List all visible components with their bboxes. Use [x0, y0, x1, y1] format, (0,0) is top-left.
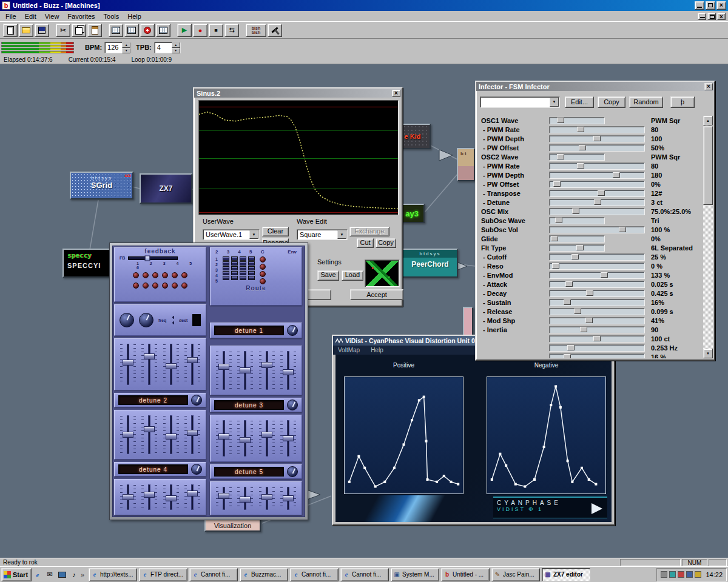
knob[interactable] [260, 278, 266, 284]
task-button[interactable]: ▣System M... [391, 568, 439, 581]
infector-titlebar[interactable]: Infector - FSM Infector × [476, 82, 714, 91]
task-button[interactable]: ehttp://texts... [89, 568, 137, 581]
param-slider[interactable] [549, 272, 645, 279]
machine-canvas[interactable]: btdsys SGrid siz ZX7 speccy SPECCYI btds… [0, 64, 728, 558]
param-slider-thumb[interactable] [552, 263, 559, 269]
menu-help[interactable]: Help [371, 347, 383, 353]
menu-favorites[interactable]: Favorites [63, 12, 99, 21]
slider[interactable] [280, 485, 297, 512]
param-slider[interactable] [549, 326, 645, 333]
param-slider-thumb[interactable] [557, 118, 564, 123]
slider[interactable] [237, 418, 254, 458]
task-button[interactable]: eCannot fi... [290, 568, 339, 581]
detune3-knob[interactable] [287, 400, 298, 410]
play-button[interactable]: ▶ [177, 24, 192, 37]
slider[interactable] [237, 485, 254, 512]
save-button[interactable]: Save [317, 270, 339, 281]
scheduler-tray-icon[interactable] [695, 571, 701, 578]
slider-handle[interactable] [218, 493, 229, 499]
slider[interactable] [215, 418, 232, 458]
slider[interactable] [184, 342, 201, 387]
loop-button[interactable]: ⇆ [224, 24, 239, 37]
negative-graph[interactable] [487, 376, 606, 494]
scrollbar-thumb[interactable] [703, 126, 713, 205]
positive-graph[interactable] [344, 376, 463, 494]
param-slider[interactable] [549, 253, 645, 261]
menu-view[interactable]: View [41, 12, 64, 21]
save-song-button[interactable] [35, 24, 49, 37]
fb-slider[interactable] [128, 256, 178, 260]
knob[interactable] [152, 283, 158, 289]
tpb-up-button[interactable]: ▲ [172, 42, 180, 48]
param-slider[interactable] [549, 208, 645, 215]
help-glyph-button[interactable]: þ [670, 96, 695, 108]
clear-button[interactable]: Clear [262, 227, 289, 236]
slider-handle[interactable] [261, 494, 272, 500]
switch[interactable] [248, 256, 255, 261]
slider-handle[interactable] [283, 495, 294, 501]
slider[interactable] [258, 418, 275, 458]
switch[interactable] [231, 276, 238, 280]
minimize-button[interactable] [695, 1, 704, 10]
bpm-up-button[interactable]: ▲ [122, 42, 130, 48]
knob[interactable] [162, 283, 168, 289]
knob[interactable] [133, 272, 139, 278]
param-slider-thumb[interactable] [619, 227, 626, 232]
param-slider-thumb[interactable] [564, 354, 571, 359]
param-slider-thumb[interactable] [601, 272, 608, 278]
switch[interactable] [240, 271, 246, 275]
param-slider[interactable] [549, 199, 645, 206]
menu-tools[interactable]: Tools [99, 12, 124, 21]
switch[interactable] [223, 256, 229, 261]
mail-icon[interactable]: ✉ [44, 569, 55, 580]
param-slider[interactable] [549, 153, 605, 161]
param-slider-thumb[interactable] [574, 309, 581, 314]
slider-handle[interactable] [166, 495, 177, 501]
edit-button[interactable]: Edit... [565, 96, 594, 108]
zx7-editor-panel[interactable]: feedback FB 1 2 3 4 5 6 2 3 4 5 C Env [109, 242, 308, 520]
slider[interactable] [215, 485, 232, 512]
param-slider-thumb[interactable] [553, 181, 561, 187]
chevron-down-icon[interactable]: ▼ [337, 230, 346, 239]
param-slider[interactable] [549, 353, 645, 359]
chevron-down-icon[interactable]: ▼ [249, 230, 258, 239]
switch[interactable] [240, 261, 246, 266]
switch[interactable] [231, 271, 238, 275]
display-tray-icon[interactable] [669, 571, 676, 578]
slider-handle[interactable] [187, 357, 198, 363]
preset-combo[interactable]: ▼ [480, 96, 560, 108]
param-slider-thumb[interactable] [577, 163, 584, 169]
slider[interactable] [184, 413, 201, 456]
slider-handle[interactable] [123, 432, 133, 438]
switch[interactable] [240, 276, 246, 280]
switch[interactable] [231, 266, 238, 270]
waveform-display[interactable] [198, 100, 399, 215]
machine-sgrid[interactable]: btdsys SGrid siz [70, 172, 133, 199]
slider-handle[interactable] [166, 433, 177, 440]
internet-explorer-icon[interactable]: e [32, 569, 43, 580]
machine-view-button[interactable] [109, 24, 123, 37]
wave-copy-button[interactable]: Copy [376, 238, 396, 248]
slider[interactable] [120, 483, 136, 512]
close-button[interactable]: × [716, 1, 726, 10]
tpb-down-button[interactable]: ▼ [172, 48, 180, 53]
slider-handle[interactable] [123, 360, 133, 366]
slider-handle[interactable] [187, 490, 198, 497]
knob[interactable] [143, 272, 149, 278]
param-slider[interactable] [549, 317, 645, 324]
infector-scrollbar[interactable]: ▲ ▼ [703, 116, 713, 358]
mdi-close-button[interactable]: × [717, 13, 726, 20]
wave-cut-button[interactable]: Cut [357, 238, 374, 248]
param-slider[interactable] [549, 162, 645, 170]
detune2-knob[interactable] [191, 395, 202, 406]
network-tray-icon[interactable] [686, 571, 693, 578]
preset-copy-button[interactable]: Copy [598, 96, 625, 108]
slider[interactable] [184, 483, 201, 512]
slider[interactable] [258, 485, 275, 512]
wave-type-combo[interactable]: Square ▼ [297, 229, 348, 240]
slider-handle[interactable] [218, 364, 229, 370]
lfo-buttons[interactable] [171, 315, 174, 326]
param-slider-thumb[interactable] [594, 199, 601, 205]
knob[interactable] [133, 283, 139, 289]
quick-launch-overflow[interactable]: » [80, 571, 85, 578]
